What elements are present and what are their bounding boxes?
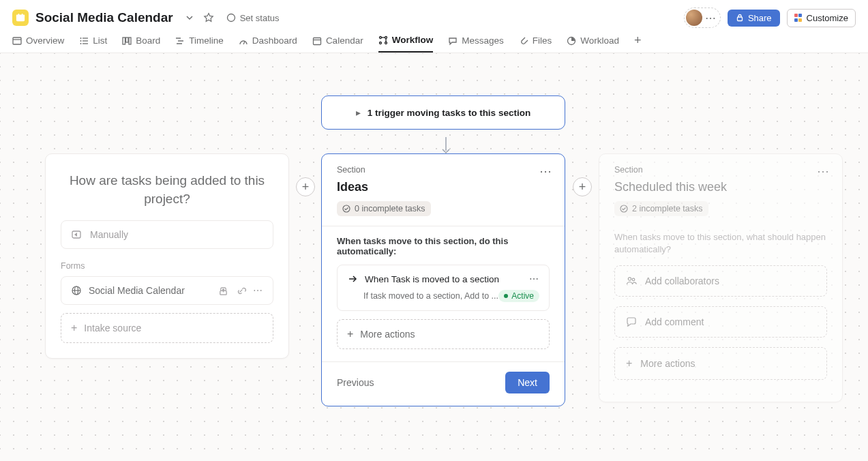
section-scheduled-badge-text: 2 incomplete tasks (632, 204, 703, 213)
rule-more[interactable]: ⋯ (529, 273, 539, 284)
tab-dashboard[interactable]: Dashboard (239, 29, 297, 53)
check-circle-icon (342, 205, 350, 213)
intake-card: How are tasks being added to this projec… (45, 153, 289, 359)
tab-messages[interactable]: Messages (448, 29, 504, 53)
trigger-text: 1 trigger moving tasks to this section (368, 108, 530, 118)
section-scheduled-title: Scheduled this week (614, 180, 827, 194)
intake-title: How are tasks being added to this projec… (61, 172, 273, 208)
svg-rect-2 (18, 14, 20, 16)
svg-rect-5 (737, 17, 742, 21)
svg-point-23 (379, 36, 381, 38)
link-icon[interactable] (235, 285, 246, 296)
customize-label: Customize (807, 13, 848, 23)
section-ideas-title: Ideas (337, 180, 550, 194)
rule-desc: If task moved to a section, Add to ... (363, 291, 498, 301)
calendar-glyph-icon (16, 13, 25, 23)
add-member-icon: ⋯ (702, 10, 719, 26)
share-label: Share (748, 13, 772, 23)
intake-form-row[interactable]: Social Media Calendar ⋯ (61, 276, 273, 305)
section-scheduled-more[interactable]: ⋯ (817, 164, 830, 179)
section-label: Section (614, 165, 827, 175)
tab-timeline[interactable]: Timeline (175, 29, 224, 53)
svg-rect-14 (123, 38, 125, 44)
svg-point-40 (632, 279, 635, 282)
svg-point-25 (379, 42, 381, 44)
svg-rect-21 (313, 38, 320, 44)
svg-line-20 (243, 42, 245, 44)
automation-rule[interactable]: When Task is moved to a section ⋯ If tas… (337, 265, 550, 311)
rule-status: Active (498, 290, 539, 302)
topbar: Social Media Calendar Set status ⋯ Share… (0, 0, 868, 29)
more-actions-scheduled[interactable]: + More actions (614, 347, 827, 380)
section-ideas-badge-text: 0 incomplete tasks (355, 204, 425, 213)
customize-icon (794, 14, 803, 22)
tab-files[interactable]: Files (519, 29, 552, 53)
manual-icon (71, 229, 82, 240)
share-button[interactable]: Share (728, 10, 780, 27)
connector-add-left[interactable]: + (296, 177, 315, 196)
svg-point-38 (620, 205, 627, 212)
add-comment-label: Add comment (645, 316, 704, 327)
check-circle-icon (620, 205, 628, 213)
section-scheduled-badge[interactable]: 2 incomplete tasks (614, 201, 708, 216)
more-actions-ideas[interactable]: + More actions (337, 319, 550, 349)
add-collaborators[interactable]: Add collaborators (614, 265, 827, 297)
section-ideas-body: When tasks move to this section, do this… (322, 226, 565, 361)
section-ideas-badge[interactable]: 0 incomplete tasks (337, 201, 431, 216)
arrow-right-icon (347, 273, 358, 284)
title-dropdown[interactable] (181, 10, 198, 26)
section-ideas-more[interactable]: ⋯ (539, 164, 552, 179)
previous-button[interactable]: Previous (337, 377, 374, 388)
add-tab[interactable]: + (634, 29, 642, 53)
svg-point-24 (385, 36, 387, 38)
svg-rect-15 (126, 38, 129, 42)
intake-manual-option[interactable]: Manually (61, 220, 273, 249)
plus-icon: + (71, 322, 77, 334)
svg-point-8 (80, 38, 82, 39)
arrow-down-icon (442, 137, 450, 155)
members[interactable]: ⋯ (684, 8, 721, 28)
workflow-canvas[interactable]: How are tasks being added to this projec… (0, 53, 868, 461)
view-tabs: Overview List Board Timeline Dashboard C… (0, 29, 868, 53)
set-status-button[interactable]: Set status (226, 13, 280, 23)
svg-rect-3 (22, 14, 23, 16)
rule-title: When Task is moved to a section (365, 274, 499, 284)
tab-calendar[interactable]: Calendar (312, 29, 363, 53)
connector-add-right[interactable]: + (573, 177, 592, 196)
section-ideas-footer: Previous Next (322, 361, 565, 406)
add-intake-source[interactable]: + Intake source (61, 313, 273, 343)
form-more-icon[interactable]: ⋯ (253, 285, 263, 296)
tab-list[interactable]: List (79, 29, 107, 53)
tab-timeline-label: Timeline (189, 35, 224, 46)
section-label: Section (337, 165, 550, 175)
lock-icon (736, 14, 744, 22)
svg-point-4 (227, 14, 235, 22)
tab-workload[interactable]: Workload (567, 29, 619, 53)
svg-rect-1 (16, 15, 25, 17)
tab-workload-label: Workload (580, 35, 619, 46)
form-name: Social Media Calendar (89, 285, 211, 296)
share-form-icon[interactable] (218, 285, 228, 296)
star-icon (203, 12, 214, 23)
section-scheduled-body-heading: When tasks move to this section, what sh… (614, 231, 827, 256)
tab-calendar-label: Calendar (326, 35, 363, 46)
topbar-right: ⋯ Share Customize (684, 8, 856, 28)
tab-overview[interactable]: Overview (12, 29, 64, 53)
tab-list-label: List (93, 35, 107, 46)
section-ideas-header: ⋯ Section Ideas 0 incomplete tasks (322, 154, 565, 226)
svg-point-12 (80, 43, 82, 44)
tab-board[interactable]: Board (122, 29, 160, 53)
project-icon (12, 10, 29, 26)
add-comment[interactable]: Add comment (614, 306, 827, 338)
next-button[interactable]: Next (505, 372, 550, 393)
intake-manual-label: Manually (90, 229, 128, 240)
set-status-label: Set status (240, 13, 280, 23)
trigger-card[interactable]: ▸ 1 trigger moving tasks to this section (321, 95, 565, 130)
section-scheduled-card: ⋯ Section Scheduled this week 2 incomple… (599, 153, 843, 402)
favorite-star[interactable] (200, 10, 217, 26)
tab-workflow[interactable]: Workflow (378, 29, 434, 53)
plus-icon: + (626, 357, 632, 370)
customize-button[interactable]: Customize (787, 9, 856, 27)
svg-point-10 (80, 40, 82, 42)
svg-point-36 (343, 205, 350, 212)
